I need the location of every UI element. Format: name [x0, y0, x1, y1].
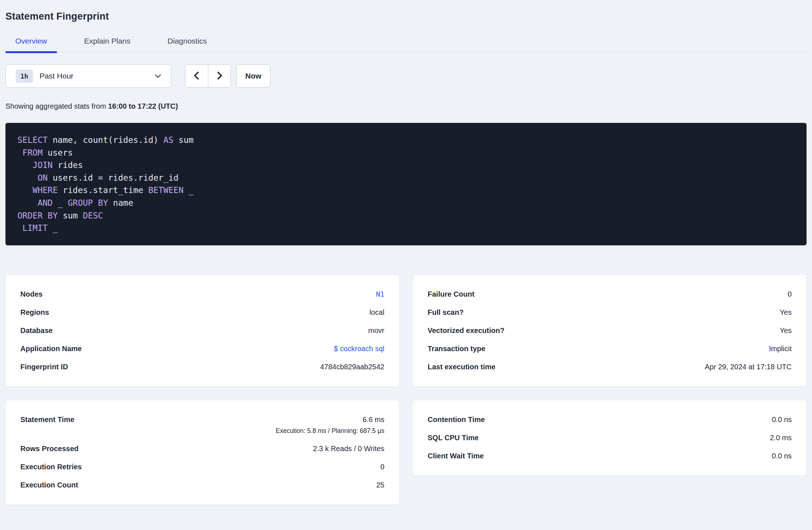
stats-line-prefix: Showing aggregated stats from: [5, 102, 108, 110]
tab-diagnostics[interactable]: Diagnostics: [158, 37, 217, 52]
now-button[interactable]: Now: [236, 64, 270, 88]
sql-text: name, count(rides.id): [48, 135, 164, 145]
sql-keyword: DESC: [83, 211, 103, 220]
application-name-value-link[interactable]: $ cockroach sql: [334, 345, 385, 353]
transaction-type-label: Transaction type: [428, 345, 486, 353]
rows-processed-value-wrap: 2.3 k Reads / 0 Writes: [313, 445, 384, 453]
next-range-button[interactable]: [208, 65, 230, 87]
sql-keyword: AS: [164, 135, 174, 145]
row-full-scan: Full scan?Yes: [428, 308, 792, 317]
time-range-label: Past Hour: [40, 72, 73, 80]
sql-keyword: ORDER BY: [17, 211, 58, 220]
sql-keyword: FROM: [23, 148, 43, 157]
tab-overview[interactable]: Overview: [5, 37, 57, 52]
row-rows-processed: Rows Processed2.3 k Reads / 0 Writes: [20, 445, 385, 453]
failure-count-label: Failure Count: [428, 290, 475, 298]
sql-keyword: AND: [37, 198, 53, 208]
sql-text: [17, 223, 23, 233]
client-wait-time-label: Client Wait Time: [428, 452, 484, 460]
execution-count-value-wrap: 25: [376, 481, 384, 489]
contention-time-value: 0.0 ns: [772, 415, 792, 424]
nodes-label: Nodes: [20, 290, 43, 298]
row-vectorized-execution: Vectorized execution?Yes: [428, 326, 792, 335]
row-transaction-type: Transaction typeImplicit: [428, 345, 792, 353]
sql-text: name: [108, 198, 133, 208]
card-execution-attributes: Failure Count0Full scan?YesVectorized ex…: [413, 274, 807, 387]
row-last-execution-time: Last execution timeApr 29, 2024 at 17:18…: [428, 363, 792, 371]
sql-text: [17, 185, 33, 195]
application-name-value-wrap: $ cockroach sql: [334, 345, 385, 353]
row-fingerprint-id: Fingerprint ID4784cb829aab2542: [20, 363, 385, 371]
prev-range-button[interactable]: [185, 65, 208, 87]
stats-line-range: 16:00 to 17:22 (UTC): [108, 102, 178, 110]
sql-cpu-time-label: SQL CPU Time: [428, 434, 479, 442]
failure-count-value-wrap: 0: [788, 290, 792, 298]
sql-text: sum: [58, 211, 83, 220]
vectorized-execution-label: Vectorized execution?: [428, 326, 505, 335]
row-statement-time: Statement Time6.6 msExecution: 5.8 ms / …: [20, 415, 385, 435]
statement-time-value: 6.6 ms: [276, 415, 384, 424]
transaction-type-value-wrap: Implicit: [769, 345, 792, 353]
execution-retries-label: Execution Retries: [20, 463, 82, 471]
chevron-right-icon: [215, 71, 224, 82]
execution-retries-value: 0: [380, 463, 384, 471]
nodes-value-link[interactable]: N1: [376, 290, 385, 298]
row-execution-retries: Execution Retries0: [20, 463, 385, 471]
regions-label: Regions: [20, 308, 49, 317]
row-client-wait-time: Client Wait Time0.0 ns: [428, 452, 792, 460]
sql-text: sum: [173, 135, 193, 145]
failure-count-value: 0: [788, 290, 792, 298]
card-statement-details: NodesN1RegionslocalDatabasemovrApplicati…: [5, 274, 399, 387]
sql-keyword: ON: [37, 173, 48, 182]
contention-time-label: Contention Time: [428, 415, 485, 424]
time-range-dropdown[interactable]: 1h Past Hour: [5, 64, 171, 88]
sql-cpu-time-value-wrap: 2.0 ms: [770, 434, 792, 442]
sql-text: users: [43, 148, 73, 157]
database-label: Database: [20, 326, 53, 335]
full-scan-label: Full scan?: [428, 308, 464, 317]
sql-keyword: JOIN: [33, 160, 53, 170]
timing-cards: Statement Time6.6 msExecution: 5.8 ms / …: [5, 400, 807, 505]
client-wait-time-value: 0.0 ns: [772, 452, 792, 460]
card-wait-timing: Contention Time0.0 nsSQL CPU Time2.0 msC…: [413, 400, 807, 476]
sql-text: [17, 160, 33, 170]
row-application-name: Application Name$ cockroach sql: [20, 345, 385, 353]
vectorized-execution-value-wrap: Yes: [780, 326, 792, 335]
time-range-badge: 1h: [16, 69, 33, 83]
row-regions: Regionslocal: [20, 308, 385, 317]
vectorized-execution-value: Yes: [780, 326, 792, 335]
sql-keyword: WHERE: [33, 185, 58, 195]
sql-text: rides.start_time: [58, 185, 148, 195]
row-database: Databasemovr: [20, 326, 385, 335]
statement-time-label: Statement Time: [20, 415, 75, 424]
last-execution-time-label: Last execution time: [428, 363, 496, 371]
sql-statement-box: SELECT name, count(rides.id) AS sum FROM…: [5, 123, 807, 245]
tab-bar: OverviewExplain PlansDiagnostics: [5, 37, 807, 52]
execution-retries-value-wrap: 0: [380, 463, 384, 471]
execution-count-value: 25: [376, 481, 384, 489]
sql-text: _: [184, 185, 194, 195]
database-value: movr: [368, 326, 384, 335]
fingerprint-id-value: 4784cb829aab2542: [320, 363, 385, 371]
chevron-down-icon: [154, 72, 161, 80]
application-name-label: Application Name: [20, 345, 82, 353]
statement-time-sub-value: Execution: 5.8 ms / Planning: 687.5 µs: [276, 427, 384, 435]
fingerprint-id-label: Fingerprint ID: [20, 363, 68, 371]
regions-value: local: [369, 308, 384, 317]
sql-text: users.id = rides.rider_id: [48, 173, 178, 182]
time-controls: 1h Past Hour Now: [5, 64, 807, 88]
sql-cpu-time-value: 2.0 ms: [770, 434, 792, 442]
database-value-wrap: movr: [368, 326, 384, 335]
row-contention-time: Contention Time0.0 ns: [428, 415, 792, 424]
row-failure-count: Failure Count0: [428, 290, 792, 298]
chevron-left-icon: [192, 71, 201, 82]
last-execution-time-value: Apr 29, 2024 at 17:18 UTC: [705, 363, 792, 371]
card-statement-timing: Statement Time6.6 msExecution: 5.8 ms / …: [5, 400, 399, 505]
sql-keyword: SELECT: [17, 135, 48, 145]
tab-explain-plans[interactable]: Explain Plans: [75, 37, 140, 52]
client-wait-time-value-wrap: 0.0 ns: [772, 452, 792, 460]
execution-count-label: Execution Count: [20, 481, 78, 489]
summary-cards: NodesN1RegionslocalDatabasemovrApplicati…: [5, 274, 807, 387]
full-scan-value-wrap: Yes: [780, 308, 792, 317]
sql-keyword: LIMIT: [23, 223, 48, 233]
